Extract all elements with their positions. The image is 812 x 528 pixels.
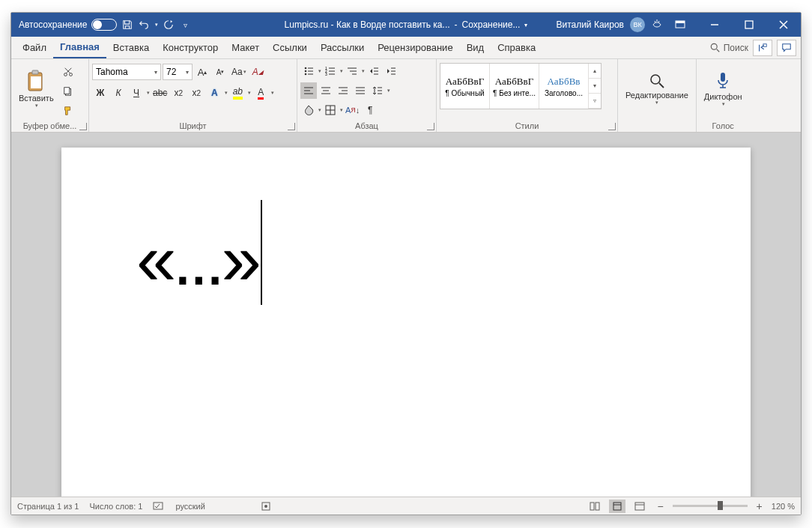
avatar[interactable]: ВК: [630, 17, 645, 32]
align-right-button[interactable]: [335, 82, 351, 99]
undo-dropdown[interactable]: ▾: [155, 22, 158, 28]
svg-point-58: [264, 505, 267, 508]
autosave-toggle[interactable]: [91, 19, 117, 31]
bold-button[interactable]: Ж: [92, 85, 109, 101]
numbering-button[interactable]: 123: [322, 63, 339, 79]
document-area[interactable]: «...»: [11, 133, 801, 497]
align-left-button[interactable]: [300, 82, 317, 99]
font-size-combo[interactable]: 72▾: [163, 64, 193, 80]
superscript-button[interactable]: x2: [188, 85, 204, 101]
grow-font-button[interactable]: A▴: [194, 64, 210, 80]
app-window: Автосохранение ▾ ▿ Lumpics.ru - Как в Во…: [10, 12, 802, 515]
style-heading1[interactable]: АаБбВвЗаголово...: [539, 64, 589, 109]
autosave-label: Автосохранение: [19, 19, 87, 30]
paste-button[interactable]: Вставить ▾: [14, 61, 58, 118]
styles-gallery[interactable]: АаБбВвГ¶ Обычный АаБбВвГ¶ Без инте... Аа…: [440, 63, 602, 109]
svg-rect-60: [596, 503, 599, 510]
copy-button[interactable]: [60, 83, 76, 100]
paragraph-dialog-launcher[interactable]: [427, 123, 434, 130]
macro-icon[interactable]: [261, 501, 271, 512]
title-dropdown-icon[interactable]: ▾: [524, 22, 527, 28]
user-name[interactable]: Виталий Каиров: [556, 19, 624, 30]
clipboard-dialog-launcher[interactable]: [79, 123, 87, 130]
style-scroll-up[interactable]: ▴: [589, 64, 601, 79]
strike-button[interactable]: abc: [151, 85, 169, 101]
tab-help[interactable]: Справка: [491, 37, 542, 58]
read-mode-button[interactable]: [587, 500, 603, 513]
tab-insert[interactable]: Вставка: [106, 37, 156, 58]
zoom-in-button[interactable]: +: [754, 500, 766, 512]
tab-view[interactable]: Вид: [460, 37, 491, 58]
close-button[interactable]: [766, 13, 801, 37]
ribbon-display-icon[interactable]: [663, 13, 697, 37]
spelling-icon[interactable]: [153, 501, 165, 512]
word-count[interactable]: Число слов: 1: [89, 502, 142, 511]
minimize-button[interactable]: [697, 13, 732, 37]
styles-label: Стили: [440, 120, 614, 132]
clear-format-button[interactable]: A◢: [249, 64, 266, 80]
borders-button[interactable]: [322, 102, 339, 118]
zoom-level[interactable]: 120 %: [772, 502, 795, 511]
tab-references[interactable]: Ссылки: [266, 37, 314, 58]
tab-review[interactable]: Рецензирование: [371, 37, 459, 58]
maximize-button[interactable]: [732, 13, 766, 37]
sort-button[interactable]: AЯ↓: [344, 102, 361, 118]
zoom-slider[interactable]: [673, 505, 748, 507]
coming-soon-icon[interactable]: [651, 19, 663, 31]
styles-dialog-launcher[interactable]: [608, 123, 616, 130]
change-case-button[interactable]: Aa▾: [230, 64, 248, 80]
style-normal[interactable]: АаБбВвГ¶ Обычный: [440, 64, 490, 109]
tab-home[interactable]: Главная: [53, 37, 106, 58]
tab-layout[interactable]: Макет: [225, 37, 266, 58]
tab-file[interactable]: Файл: [16, 37, 53, 58]
multilevel-button[interactable]: [344, 63, 360, 79]
italic-button[interactable]: К: [110, 85, 127, 101]
style-scroll-down[interactable]: ▾: [589, 79, 601, 94]
indent-decrease-button[interactable]: [366, 63, 382, 79]
dictate-button[interactable]: Диктофон ▾: [700, 61, 747, 118]
align-justify-button[interactable]: [352, 82, 369, 99]
show-marks-button[interactable]: ¶: [362, 102, 378, 118]
zoom-out-button[interactable]: −: [654, 500, 666, 512]
underline-button[interactable]: Ч: [128, 85, 145, 101]
redo-icon[interactable]: [163, 19, 175, 31]
text-effects-button[interactable]: A: [206, 85, 222, 101]
svg-rect-1: [676, 21, 685, 23]
align-center-button[interactable]: [318, 82, 334, 99]
tab-design[interactable]: Конструктор: [156, 37, 225, 58]
style-expand[interactable]: ▿: [589, 94, 601, 109]
highlight-button[interactable]: ab: [229, 85, 246, 101]
tab-mailings[interactable]: Рассылки: [314, 37, 371, 58]
cut-button[interactable]: [60, 64, 76, 80]
language[interactable]: русский: [175, 502, 204, 511]
format-painter-button[interactable]: [60, 103, 76, 119]
web-layout-button[interactable]: [631, 500, 648, 513]
undo-icon[interactable]: [138, 19, 150, 31]
line-spacing-button[interactable]: [369, 82, 386, 99]
page[interactable]: «...»: [61, 148, 751, 497]
svg-point-53: [651, 75, 660, 84]
text-cursor: [261, 200, 262, 305]
share-button[interactable]: [753, 40, 772, 56]
page-count[interactable]: Страница 1 из 1: [17, 502, 79, 511]
style-no-spacing[interactable]: АаБбВвГ¶ Без инте...: [490, 64, 539, 109]
bullets-button[interactable]: [300, 63, 317, 79]
group-styles: АаБбВвГ¶ Обычный АаБбВвГ¶ Без инте... Аа…: [437, 59, 618, 132]
document-content[interactable]: «...»: [136, 215, 676, 305]
mic-icon: [715, 71, 731, 91]
font-color-button[interactable]: A: [252, 85, 269, 101]
shrink-font-button[interactable]: A▾: [212, 64, 228, 80]
svg-point-10: [64, 73, 67, 76]
comments-button[interactable]: [777, 40, 796, 56]
editing-button[interactable]: Редактирование ▾: [621, 61, 693, 118]
search-box[interactable]: Поиск: [710, 43, 748, 53]
indent-increase-button[interactable]: [383, 63, 399, 79]
font-name-combo[interactable]: Tahoma▾: [92, 64, 161, 80]
paragraph-label: Абзац: [300, 120, 433, 132]
shading-button[interactable]: [300, 102, 317, 118]
save-icon[interactable]: [121, 19, 133, 31]
font-dialog-launcher[interactable]: [288, 123, 295, 130]
qat-customize-icon[interactable]: ▿: [179, 19, 191, 31]
print-layout-button[interactable]: [609, 500, 625, 513]
subscript-button[interactable]: x2: [170, 85, 187, 101]
